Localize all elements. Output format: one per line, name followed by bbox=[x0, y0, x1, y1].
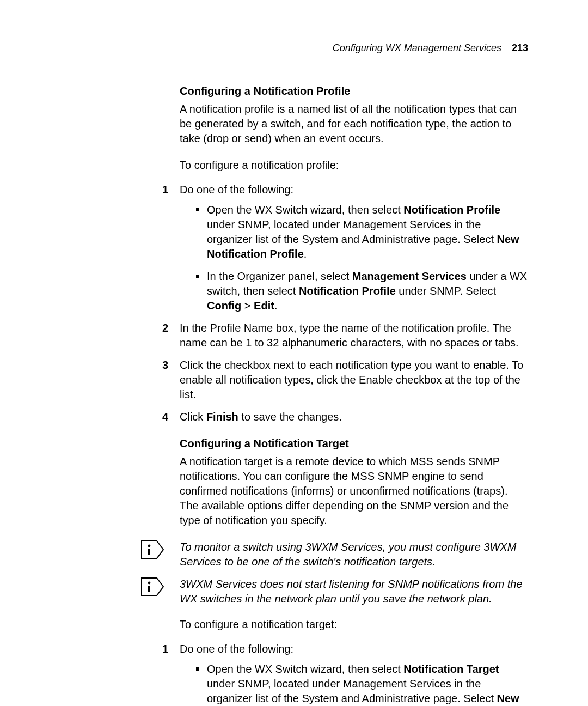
step4: 4 Click Finish to save the changes. bbox=[180, 410, 529, 424]
section1-lead: To configure a notification profile: bbox=[180, 158, 529, 173]
section1-intro: A notification profile is a named list o… bbox=[180, 102, 529, 146]
note1-text: To monitor a switch using 3WXM Services,… bbox=[180, 540, 529, 569]
svg-marker-0 bbox=[142, 541, 163, 558]
note-2: 3WXM Services does not start listening f… bbox=[180, 577, 529, 606]
running-header: Configuring WX Management Services 213 bbox=[333, 42, 528, 54]
note2-text: 3WXM Services does not start listening f… bbox=[180, 577, 529, 606]
step-number: 3 bbox=[162, 358, 168, 373]
page-number: 213 bbox=[512, 42, 528, 53]
section1-steps: 1 Do one of the following: Open the WX S… bbox=[180, 182, 529, 424]
step1: 1 Do one of the following: Open the WX S… bbox=[180, 182, 529, 313]
step2-text: In the Profile Name box, type the name o… bbox=[180, 322, 519, 349]
section2-steps: 1 Do one of the following: Open the WX S… bbox=[180, 642, 529, 706]
bold-notification-profile: Notification Profile bbox=[403, 204, 500, 216]
section2-intro: A notification target is a remote device… bbox=[180, 454, 529, 528]
bullet-open-wizard-profile: Open the WX Switch wizard, then select N… bbox=[196, 203, 529, 261]
section2-lead: To configure a notification target: bbox=[180, 617, 529, 632]
info-icon bbox=[140, 540, 164, 563]
step-number: 4 bbox=[162, 410, 168, 424]
header-title: Configuring WX Management Services bbox=[333, 42, 501, 53]
note-1: To monitor a switch using 3WXM Services,… bbox=[180, 540, 529, 569]
bold-notification-target: Notification Target bbox=[403, 663, 499, 675]
step1-target-text: Do one of the following: bbox=[180, 643, 293, 655]
step1-target: 1 Do one of the following: Open the WX S… bbox=[180, 642, 529, 706]
step-number: 1 bbox=[162, 642, 168, 656]
bold-management-services: Management Services bbox=[352, 270, 467, 282]
bold-finish: Finish bbox=[206, 411, 238, 423]
main-content: Configuring a Notification Profile A not… bbox=[180, 84, 529, 706]
bold-config: Config bbox=[207, 300, 241, 312]
step3: 3 Click the checkbox next to each notifi… bbox=[180, 358, 529, 402]
info-icon bbox=[140, 577, 164, 600]
svg-rect-5 bbox=[148, 586, 150, 592]
step1-target-bullets: Open the WX Switch wizard, then select N… bbox=[196, 662, 529, 706]
svg-point-1 bbox=[148, 545, 151, 547]
svg-point-4 bbox=[148, 582, 151, 585]
bold-notification-profile-2: Notification Profile bbox=[299, 285, 396, 297]
step-number: 2 bbox=[162, 321, 168, 336]
bullet-open-wizard-target: Open the WX Switch wizard, then select N… bbox=[196, 662, 529, 706]
section-heading-target: Configuring a Notification Target bbox=[180, 436, 529, 451]
bold-edit: Edit bbox=[254, 300, 274, 312]
page: Configuring WX Management Services 213 C… bbox=[0, 0, 588, 706]
bullet-organizer-panel: In the Organizer panel, select Managemen… bbox=[196, 269, 529, 313]
step3-text: Click the checkbox next to each notifica… bbox=[180, 359, 523, 400]
step1-text: Do one of the following: bbox=[180, 184, 293, 196]
section-heading-profile: Configuring a Notification Profile bbox=[180, 84, 529, 99]
svg-rect-2 bbox=[148, 549, 150, 555]
step2: 2 In the Profile Name box, type the name… bbox=[180, 321, 529, 350]
step-number: 1 bbox=[162, 182, 168, 197]
svg-marker-3 bbox=[142, 578, 163, 595]
step1-bullets: Open the WX Switch wizard, then select N… bbox=[196, 203, 529, 313]
